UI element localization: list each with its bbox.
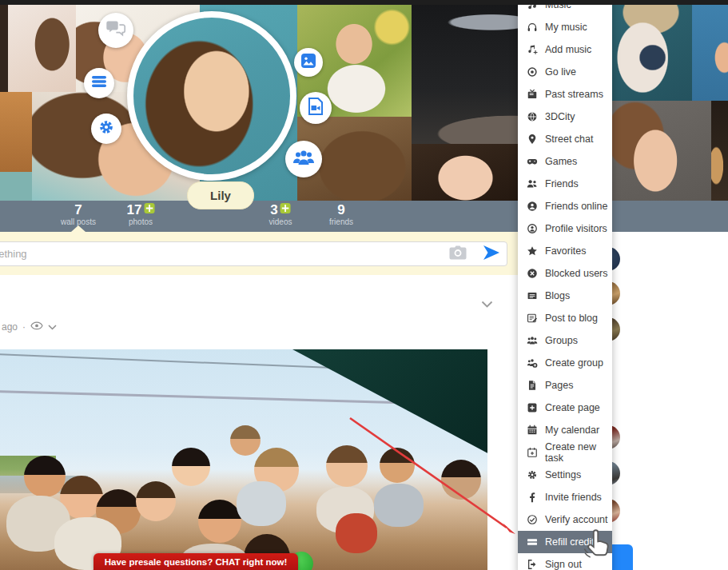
page-icon bbox=[526, 380, 538, 392]
menu-item-add-music[interactable]: Add music bbox=[518, 38, 612, 61]
menu-item-profile-visitors[interactable]: Profile visitors bbox=[518, 217, 612, 240]
menu-item-label: Invite friends bbox=[545, 492, 602, 503]
visitor-circle-icon bbox=[526, 223, 538, 235]
stat-value: 17 bbox=[127, 203, 142, 217]
menu-item-sign-out[interactable]: Sign out bbox=[518, 553, 612, 570]
post-photo[interactable] bbox=[0, 349, 487, 570]
menu-item-create-new-task[interactable]: Create new task bbox=[518, 441, 612, 464]
stat-label: photos bbox=[127, 217, 155, 226]
verify-check-icon bbox=[526, 514, 538, 526]
send-post-button[interactable] bbox=[480, 242, 503, 265]
add-badge-icon[interactable] bbox=[144, 203, 154, 213]
menu-item-create-group[interactable]: Create group bbox=[518, 352, 612, 374]
menu-item-label: Verify account bbox=[545, 514, 608, 525]
menu-item-label: Games bbox=[545, 156, 577, 167]
menu-item-label: My music bbox=[545, 22, 587, 33]
add-video-icon bbox=[307, 97, 324, 119]
menu-item-label: Settings bbox=[545, 469, 581, 480]
active-tab-caret bbox=[71, 225, 86, 232]
menu-item-label: Street chat bbox=[545, 134, 593, 145]
cover-tile bbox=[0, 172, 32, 201]
menu-item-games[interactable]: Games bbox=[518, 150, 612, 173]
post-collapse-chevron[interactable] bbox=[481, 297, 493, 311]
groups-icon bbox=[526, 335, 538, 347]
menu-item-my-calendar[interactable]: My calendar bbox=[518, 419, 612, 441]
crowd-person bbox=[326, 445, 368, 487]
profile-settings-button[interactable] bbox=[91, 114, 121, 144]
menu-item-label: Go live bbox=[545, 66, 576, 78]
blocked-icon bbox=[526, 268, 538, 280]
menu-item-post-to-blog[interactable]: Post to blog bbox=[518, 307, 612, 329]
cover-tile bbox=[692, 5, 728, 101]
account-dropdown-menu: Music My music Add music Go live Past st… bbox=[518, 0, 612, 570]
go-live-icon bbox=[526, 66, 538, 78]
stat-videos[interactable]: 3 videos bbox=[269, 203, 292, 226]
profile-avatar[interactable] bbox=[127, 11, 296, 181]
add-video-button[interactable] bbox=[300, 92, 332, 124]
stat-label: videos bbox=[269, 217, 292, 226]
menu-item-friends[interactable]: Friends bbox=[518, 173, 612, 195]
menu-item-label: Groups bbox=[545, 335, 578, 346]
crowd-person bbox=[24, 456, 66, 497]
menu-item-blocked-users[interactable]: Blocked users bbox=[518, 262, 612, 285]
stat-value: 3 bbox=[270, 203, 277, 217]
attach-photo-button[interactable] bbox=[448, 245, 468, 262]
star-icon bbox=[526, 245, 538, 257]
photo-detail bbox=[237, 481, 286, 526]
privacy-chevron-icon[interactable] bbox=[48, 321, 57, 333]
add-photo-button[interactable] bbox=[294, 48, 323, 77]
crowd-person bbox=[136, 481, 176, 521]
stat-friends[interactable]: 9 friends bbox=[329, 203, 353, 226]
messages-button[interactable] bbox=[98, 13, 133, 48]
privacy-eye-icon[interactable] bbox=[30, 321, 43, 333]
menu-item-label: Create group bbox=[545, 357, 603, 369]
crowd-person bbox=[198, 500, 241, 543]
menu-item-street-chat[interactable]: Street chat bbox=[518, 128, 612, 150]
add-badge-icon[interactable] bbox=[280, 203, 291, 213]
menu-item-label: Friends online bbox=[545, 201, 608, 212]
menu-item-past-streams[interactable]: Past streams bbox=[518, 83, 612, 106]
menu-item-refill-credits[interactable]: Refill credits bbox=[518, 531, 612, 553]
menu-item-label: Create page bbox=[545, 402, 600, 413]
new-task-icon bbox=[526, 447, 538, 459]
camera-icon bbox=[448, 251, 467, 263]
menu-item-invite-friends[interactable]: Invite friends bbox=[518, 486, 612, 508]
profile-stats-bar: 7 wall posts 17 photos 3 videos 9 friend… bbox=[0, 201, 728, 232]
credit-card-icon bbox=[526, 536, 538, 548]
menu-item-label: Blocked users bbox=[545, 268, 608, 279]
menu-item-settings[interactable]: Settings bbox=[518, 464, 612, 486]
create-page-icon bbox=[526, 402, 538, 414]
stat-photos[interactable]: 17 photos bbox=[127, 203, 155, 226]
avatar-photo bbox=[133, 18, 290, 174]
friends-group-button[interactable] bbox=[285, 141, 322, 177]
menu-item-label: Profile visitors bbox=[545, 223, 607, 234]
menu-item-favorites[interactable]: Favorites bbox=[518, 240, 612, 262]
cover-tile bbox=[610, 5, 692, 101]
stat-wall-posts[interactable]: 7 wall posts bbox=[61, 203, 96, 226]
cover-tile bbox=[412, 144, 519, 201]
headphones-icon bbox=[526, 22, 538, 34]
menu-item-verify-account[interactable]: Verify account bbox=[518, 508, 612, 531]
send-icon bbox=[481, 253, 502, 265]
post-timestamp: ago bbox=[2, 321, 18, 333]
hamburger-menu-button[interactable] bbox=[84, 68, 114, 98]
menu-item-blogs[interactable]: Blogs bbox=[518, 285, 612, 307]
menu-item-groups[interactable]: Groups bbox=[518, 329, 612, 352]
menu-item-label: Sign out bbox=[545, 559, 582, 570]
cover-tile bbox=[610, 101, 711, 201]
menu-item-create-page[interactable]: Create page bbox=[518, 397, 612, 419]
menu-item-friends-online[interactable]: Friends online bbox=[518, 195, 612, 217]
presale-chat-banner[interactable]: Have presale questions? CHAT right now! bbox=[93, 553, 298, 570]
crowd-person bbox=[230, 425, 261, 456]
profile-page: 7 wall posts 17 photos 3 videos 9 friend… bbox=[0, 0, 728, 570]
cover-tile bbox=[8, 5, 76, 93]
menu-item-label: Post to blog bbox=[545, 313, 598, 324]
settings-gear-icon bbox=[526, 469, 538, 481]
menu-item-pages[interactable]: Pages bbox=[518, 374, 612, 397]
menu-item-label: Blogs bbox=[545, 290, 570, 301]
post-input[interactable] bbox=[0, 241, 507, 266]
menu-item-my-music[interactable]: My music bbox=[518, 16, 612, 38]
menu-item-label: Add music bbox=[545, 44, 591, 55]
menu-item-3dcity[interactable]: 3DCity bbox=[518, 106, 612, 128]
menu-item-go-live[interactable]: Go live bbox=[518, 61, 612, 83]
